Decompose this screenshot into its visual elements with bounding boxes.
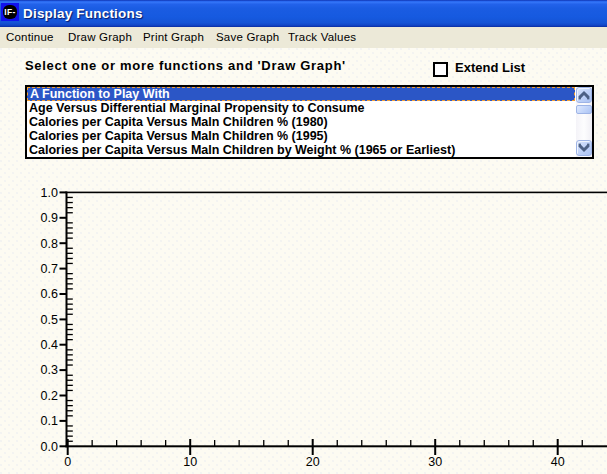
svg-text:20: 20 (306, 455, 320, 469)
svg-text:30: 30 (428, 455, 442, 469)
svg-text:0.4: 0.4 (41, 338, 58, 352)
svg-text:40: 40 (551, 455, 565, 469)
svg-text:10: 10 (183, 455, 197, 469)
svg-text:0.0: 0.0 (41, 440, 58, 454)
svg-text:1.0: 1.0 (41, 186, 58, 200)
svg-text:0.6: 0.6 (41, 287, 58, 301)
svg-text:0.9: 0.9 (41, 211, 58, 225)
svg-text:0: 0 (64, 455, 71, 469)
svg-text:0.1: 0.1 (41, 414, 58, 428)
svg-text:0.5: 0.5 (41, 313, 58, 327)
svg-text:0.7: 0.7 (41, 262, 58, 276)
svg-text:0.8: 0.8 (41, 237, 58, 251)
svg-text:0.3: 0.3 (41, 363, 58, 377)
svg-text:0.2: 0.2 (41, 389, 58, 403)
